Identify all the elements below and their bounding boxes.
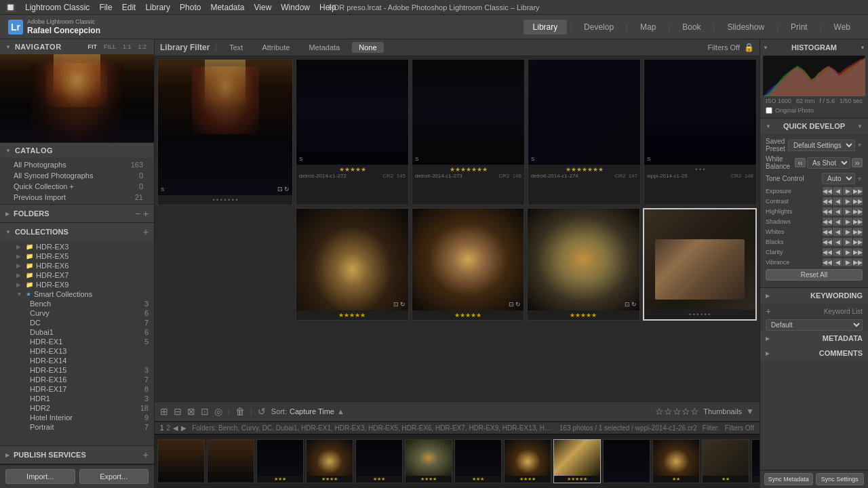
- collection-hdr2[interactable]: HDR2 18: [0, 403, 154, 413]
- fit-button[interactable]: FIT: [85, 43, 99, 51]
- shadows-inc-large-btn[interactable]: ▶▶: [853, 218, 863, 226]
- collection-hdrex9[interactable]: ▶ 📁 HDR-EX9: [0, 280, 154, 289]
- photo-card-dark4[interactable]: S • • • wppi-2014-c1-26CR2 148: [644, 59, 757, 205]
- filmstrip-thumb-12[interactable]: ★★: [702, 439, 749, 483]
- collections-header[interactable]: ▼ Collections +: [0, 223, 154, 241]
- folders-header[interactable]: ▶ Folders − +: [0, 205, 154, 222]
- blacks-dec-btn[interactable]: ◀: [833, 238, 842, 246]
- people-view-btn[interactable]: ◎: [214, 406, 222, 417]
- sort-direction-icon[interactable]: ▲: [337, 407, 344, 415]
- photo-card-desk[interactable]: • • • • • •: [643, 208, 757, 321]
- thumbnail-size-icon[interactable]: ▼: [746, 407, 754, 416]
- shadows-inc-btn[interactable]: ▶: [843, 218, 852, 226]
- one-to-one-button[interactable]: 1:1: [121, 43, 134, 51]
- grid-view-btn[interactable]: ⊞: [160, 406, 168, 417]
- exposure-dec-large-btn[interactable]: ◀◀: [823, 187, 832, 195]
- sync-metadata-button[interactable]: Sync Metadata: [764, 473, 813, 485]
- folders-minus-btn[interactable]: −: [135, 208, 140, 219]
- nav-next-btn[interactable]: ▶: [181, 424, 186, 432]
- collection-hdr1[interactable]: HDR1 3: [0, 394, 154, 403]
- filmstrip-thumb-9-selected[interactable]: ★★★★★: [553, 439, 601, 483]
- blacks-inc-btn[interactable]: ▶: [843, 238, 852, 246]
- menu-library[interactable]: Library: [145, 3, 170, 12]
- vibrance-inc-large-btn[interactable]: ▶▶: [853, 258, 863, 266]
- delete-btn[interactable]: 🗑: [235, 406, 245, 417]
- nav-page-2[interactable]: 2: [167, 424, 171, 432]
- fill-button[interactable]: FILL: [102, 43, 118, 51]
- blacks-inc-large-btn[interactable]: ▶▶: [853, 238, 863, 246]
- collection-dc[interactable]: DC 7: [0, 318, 154, 327]
- exposure-inc-large-btn[interactable]: ▶▶: [853, 187, 863, 195]
- keywording-header[interactable]: ▶ Keywording: [760, 288, 868, 303]
- photo-card-arch1[interactable]: ⊡ ↻ ★★★★★: [296, 208, 409, 321]
- collections-add-btn[interactable]: +: [143, 226, 149, 237]
- collection-curvy[interactable]: Curvy 6: [0, 308, 154, 318]
- module-develop[interactable]: Develop: [574, 20, 623, 35]
- filter-lock-icon[interactable]: 🔒: [744, 43, 754, 52]
- metadata-header[interactable]: ▶ Metadata: [760, 331, 868, 346]
- loupe-view-btn[interactable]: ⊟: [174, 406, 182, 417]
- collection-hdrex5[interactable]: ▶ 📁 HDR-EX5: [0, 251, 154, 261]
- collection-smart-parent[interactable]: ▼ ★ Smart Collections: [0, 289, 154, 299]
- shadows-dec-large-btn[interactable]: ◀◀: [823, 218, 832, 226]
- collection-dubai1[interactable]: Dubai1 6: [0, 327, 154, 337]
- collection-hotel-interior[interactable]: Hotel Interior 9: [0, 413, 154, 422]
- menu-window[interactable]: Window: [281, 3, 310, 12]
- sync-settings-button[interactable]: Sync Settings: [816, 473, 865, 485]
- collection-hdrex13[interactable]: HDR-EX13: [0, 346, 154, 356]
- filmstrip-thumb-10[interactable]: [603, 439, 650, 483]
- filmstrip-thumb-3[interactable]: ★★★: [256, 439, 304, 483]
- filmstrip-thumb-4[interactable]: ★★★★: [306, 439, 353, 483]
- menu-view[interactable]: View: [254, 3, 272, 12]
- clarity-dec-large-btn[interactable]: ◀◀: [823, 248, 832, 256]
- vibrance-dec-large-btn[interactable]: ◀◀: [823, 258, 832, 266]
- wb-next-btn[interactable]: ››: [852, 158, 863, 167]
- folders-add-btn[interactable]: +: [143, 208, 149, 219]
- filmstrip-thumb-13[interactable]: ★★★: [751, 439, 760, 483]
- whites-dec-large-btn[interactable]: ◀◀: [823, 228, 832, 236]
- filmstrip-thumb-1[interactable]: [157, 439, 205, 483]
- keyword-list-add-btn[interactable]: +: [766, 306, 771, 317]
- catalog-synced-photos[interactable]: All Synced Photographs 0: [0, 170, 154, 181]
- clarity-inc-large-btn[interactable]: ▶▶: [853, 248, 863, 256]
- collection-hdrex6[interactable]: ▶ 📁 HDR-EX6: [0, 261, 154, 270]
- highlights-inc-large-btn[interactable]: ▶▶: [853, 207, 863, 216]
- photo-card-dark1[interactable]: S ★★★★★ detroit-2014-c1-272CR2 145: [296, 59, 409, 205]
- photo-card-church[interactable]: S ⊡ ↻ • • • • • • •: [157, 59, 293, 205]
- whites-inc-btn[interactable]: ▶: [843, 228, 852, 236]
- highlights-dec-large-btn[interactable]: ◀◀: [823, 207, 832, 216]
- export-button[interactable]: Export...: [79, 469, 149, 484]
- nav-page-1[interactable]: 1: [160, 424, 164, 432]
- module-library[interactable]: Library: [524, 20, 568, 35]
- catalog-all-photos[interactable]: All Photographs 163: [0, 159, 154, 170]
- catalog-quick-collection[interactable]: Quick Collection + 0: [0, 181, 154, 192]
- photo-card-arch2[interactable]: ⊡ ↻ ★★★★★: [412, 208, 525, 321]
- collection-hdrex14[interactable]: HDR-EX14: [0, 356, 154, 365]
- rotate-left-btn[interactable]: ↺: [258, 406, 266, 417]
- contrast-inc-btn[interactable]: ▶: [843, 197, 852, 205]
- filmstrip-thumb-7[interactable]: ★★★: [454, 439, 502, 483]
- filmstrip-thumb-2[interactable]: [207, 439, 254, 483]
- clarity-inc-btn[interactable]: ▶: [843, 248, 852, 256]
- highlights-inc-btn[interactable]: ▶: [843, 207, 852, 216]
- exposure-dec-btn[interactable]: ◀: [833, 187, 842, 195]
- publish-services-header[interactable]: ▶ Publish Services +: [0, 446, 154, 464]
- wb-select[interactable]: As Shot: [807, 157, 850, 169]
- collection-bench[interactable]: Bench 3: [0, 299, 154, 308]
- filmstrip-thumb-11[interactable]: ★★: [652, 439, 700, 483]
- filter-metadata-btn[interactable]: Metadata: [302, 42, 347, 53]
- collection-portrait[interactable]: Portrait 7: [0, 422, 154, 430]
- filter-attribute-btn[interactable]: Attribute: [255, 42, 296, 53]
- menu-file[interactable]: File: [99, 3, 112, 12]
- collection-hdrex3[interactable]: ▶ 📁 HDR-EX3: [0, 242, 154, 251]
- rating-filter[interactable]: ☆☆☆☆☆: [655, 406, 699, 417]
- filmstrip-thumb-5[interactable]: ★★★: [355, 439, 403, 483]
- whites-inc-large-btn[interactable]: ▶▶: [853, 228, 863, 236]
- module-slideshow[interactable]: Slideshow: [717, 20, 774, 35]
- collection-hdrex1[interactable]: HDR-EX1 5: [0, 337, 154, 346]
- highlights-dec-btn[interactable]: ◀: [833, 207, 842, 216]
- catalog-previous-import[interactable]: Previous Import 21: [0, 192, 154, 203]
- sort-value[interactable]: Capture Time: [290, 407, 334, 415]
- vibrance-inc-btn[interactable]: ▶: [843, 258, 852, 266]
- one-to-two-button[interactable]: 1:2: [136, 43, 149, 51]
